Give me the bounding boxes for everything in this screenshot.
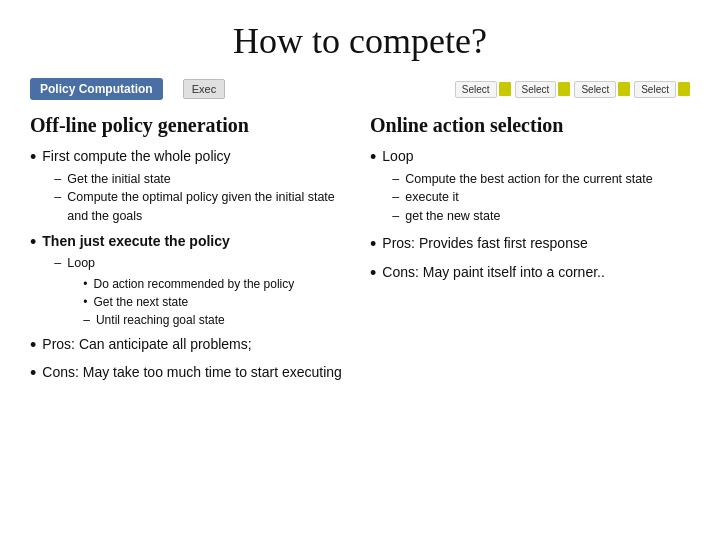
page: How to compete? Policy Computation Exec … [0,0,720,540]
exec-button[interactable]: Exec [183,79,225,99]
select-button-3[interactable]: Select [574,81,616,98]
right-bullet-dot-1: • [370,147,376,169]
bullet-dot-2: • [30,232,36,254]
right-list-item-pros: • Pros: Provides fast first response [370,234,690,256]
list-item-cons: • Cons: May take too much time to start … [30,363,350,385]
action-text: Do action recommended by the policy [93,275,294,293]
next-state-text: Get the next state [93,293,188,311]
right-pros-text: Pros: Provides fast first response [382,234,587,254]
execute-sublist: – Loop • Do action recommended by the po… [42,254,294,329]
right-section-title: Online action selection [370,114,690,137]
select-buttons-group: Select Select Select Select [455,81,690,98]
select-mini-icon-2 [558,82,570,96]
best-action-text: Compute the best action for the current … [405,170,652,189]
content-area: Off-line policy generation • First compu… [30,114,690,520]
first-compute-sublist: – Get the initial state – Compute the op… [42,170,350,226]
select-mini-icon-3 [618,82,630,96]
right-sub-item-new-state: – get the new state [392,207,652,226]
bullet-next-state: • [83,293,87,311]
sub-item-loop: – Loop • Do action recommended by the po… [54,254,294,329]
toolbar: Policy Computation Exec Select Select Se… [30,78,690,100]
select-item-3: Select [574,81,630,98]
dash-until: – [83,311,90,329]
initial-state-text: Get the initial state [67,170,171,189]
right-list-item-cons: • Cons: May paint itself into a corner.. [370,263,690,285]
list-item-execute-policy: • Then just execute the policy – Loop [30,232,350,329]
left-section-title: Off-line policy generation [30,114,350,137]
dash-2: – [54,188,61,207]
select-button-2[interactable]: Select [515,81,557,98]
right-sub-item-execute: – execute it [392,188,652,207]
bullet-action: • [83,275,87,293]
dash-r3: – [392,207,399,226]
list-item-first-compute: • First compute the whole policy – Get t… [30,147,350,226]
select-item-4: Select [634,81,690,98]
left-bullet-list: • First compute the whole policy – Get t… [30,147,350,384]
right-column: Online action selection • Loop – Compute… [370,114,690,520]
right-bullet-list: • Loop – Compute the best action for the… [370,147,690,285]
list-item-pros: • Pros: Can anticipate all problems; [30,335,350,357]
select-item-1: Select [455,81,511,98]
select-button-1[interactable]: Select [455,81,497,98]
select-button-4[interactable]: Select [634,81,676,98]
cons-text: Cons: May take too much time to start ex… [42,363,342,383]
loop-sublist: • Do action recommended by the policy • … [67,275,294,311]
right-list-item-loop: • Loop – Compute the best action for the… [370,147,690,226]
until-text: Until reaching goal state [96,311,225,329]
pros-text: Pros: Can anticipate all problems; [42,335,251,355]
bullet-dot-3: • [30,335,36,357]
policy-computation-button[interactable]: Policy Computation [30,78,163,100]
dash-r1: – [392,170,399,189]
right-sub-item-best-action: – Compute the best action for the curren… [392,170,652,189]
new-state-text: get the new state [405,207,500,226]
right-bullet-dot-2: • [370,234,376,256]
dash-1: – [54,170,61,189]
right-bullet-dot-3: • [370,263,376,285]
bullet-dot-1: • [30,147,36,169]
until-list: – Until reaching goal state [67,311,294,329]
left-column: Off-line policy generation • First compu… [30,114,350,520]
sub-sub-item-action: • Do action recommended by the policy [83,275,294,293]
optimal-policy-text: Compute the optimal policy given the ini… [67,188,350,226]
sub-item-optimal-policy: – Compute the optimal policy given the i… [54,188,350,226]
right-cons-text: Cons: May paint itself into a corner.. [382,263,605,283]
dash-loop: – [54,254,61,273]
bullet-dot-4: • [30,363,36,385]
dash-r2: – [392,188,399,207]
loop-text: Loop [67,256,95,270]
sub-sub-item-next-state: • Get the next state [83,293,294,311]
select-item-2: Select [515,81,571,98]
first-compute-text: First compute the whole policy [42,148,230,164]
execute-policy-text: Then just execute the policy [42,233,230,249]
until-item: – Until reaching goal state [83,311,294,329]
right-loop-sublist: – Compute the best action for the curren… [382,170,652,226]
page-title: How to compete? [30,20,690,62]
select-mini-icon-4 [678,82,690,96]
select-mini-icon-1 [499,82,511,96]
execute-text: execute it [405,188,459,207]
sub-item-initial-state: – Get the initial state [54,170,350,189]
right-loop-text: Loop [382,148,413,164]
